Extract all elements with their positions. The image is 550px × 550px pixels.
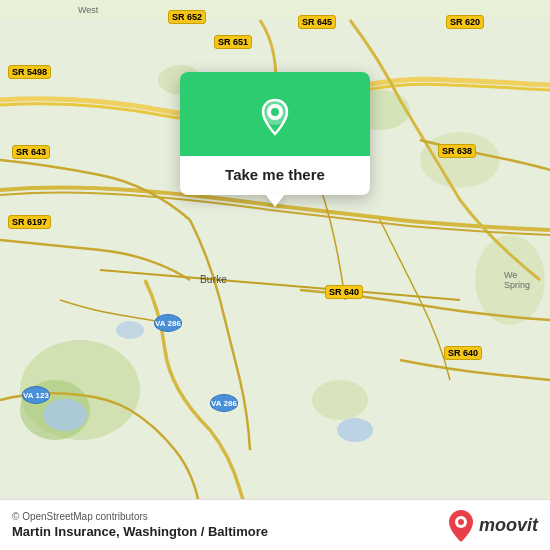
svg-point-9 <box>337 418 373 442</box>
moovit-logo: moovit <box>447 508 538 542</box>
location-title: Martin Insurance, Washington / Baltimore <box>12 524 268 539</box>
attribution-text: © OpenStreetMap contributors <box>12 511 268 522</box>
badge-sr643: SR 643 <box>12 145 50 159</box>
popup-green-header <box>180 72 370 156</box>
badge-sr620: SR 620 <box>446 15 484 29</box>
direction-west: West <box>78 5 98 15</box>
badge-va286b: VA 286 <box>210 394 238 412</box>
svg-point-8 <box>43 399 87 431</box>
badge-sr651: SR 651 <box>214 35 252 49</box>
badge-sr6197: SR 6197 <box>8 215 51 229</box>
moovit-brand-text: moovit <box>479 515 538 536</box>
svg-point-10 <box>116 321 144 339</box>
svg-point-4 <box>420 132 500 188</box>
badge-sr645: SR 645 <box>298 15 336 29</box>
popup-card: Take me there <box>180 72 370 195</box>
badge-sr5498: SR 5498 <box>8 65 51 79</box>
location-pin-icon <box>253 94 297 138</box>
bottom-left-info: © OpenStreetMap contributors Martin Insu… <box>12 511 268 539</box>
direction-we-spring: WeSpring <box>504 270 530 290</box>
badge-va123: VA 123 <box>22 386 50 404</box>
bottom-bar: © OpenStreetMap contributors Martin Insu… <box>0 499 550 550</box>
popup-button[interactable]: Take me there <box>209 156 341 195</box>
moovit-pin-icon <box>447 508 475 542</box>
badge-sr652: SR 652 <box>168 10 206 24</box>
badge-sr638: SR 638 <box>438 144 476 158</box>
badge-va286a: VA 286 <box>154 314 182 332</box>
svg-point-13 <box>271 108 279 116</box>
svg-point-15 <box>458 519 464 525</box>
place-burke: Burke <box>200 274 227 285</box>
badge-sr640b: SR 640 <box>444 346 482 360</box>
map-container: SR 652 SR 651 SR 645 SR 620 SR 5498 SR 6… <box>0 0 550 550</box>
svg-point-6 <box>312 380 368 420</box>
badge-sr640a: SR 640 <box>325 285 363 299</box>
